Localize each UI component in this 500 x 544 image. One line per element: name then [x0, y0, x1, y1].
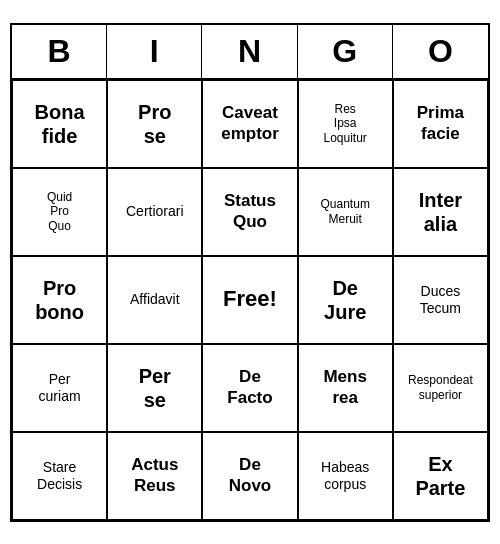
header-letter: O [393, 25, 488, 78]
bingo-cell: DeJure [298, 256, 393, 344]
bingo-cell: DeNovo [202, 432, 297, 520]
bingo-grid: BonafideProseCaveatemptorResIpsaLoquitur… [12, 80, 488, 520]
bingo-cell: QuantumMeruit [298, 168, 393, 256]
bingo-cell: ActusReus [107, 432, 202, 520]
bingo-cell: Perse [107, 344, 202, 432]
bingo-header: BINGO [12, 25, 488, 80]
bingo-cell: ResIpsaLoquitur [298, 80, 393, 168]
bingo-cell: Caveatemptor [202, 80, 297, 168]
bingo-cell: Habeascorpus [298, 432, 393, 520]
bingo-cell: Mensrea [298, 344, 393, 432]
bingo-cell: Probono [12, 256, 107, 344]
bingo-cell: DeFacto [202, 344, 297, 432]
header-letter: B [12, 25, 107, 78]
header-letter: I [107, 25, 202, 78]
bingo-cell: StareDecisis [12, 432, 107, 520]
bingo-cell: Free! [202, 256, 297, 344]
header-letter: G [298, 25, 393, 78]
bingo-cell: Percuriam [12, 344, 107, 432]
bingo-cell: Primafacie [393, 80, 488, 168]
header-letter: N [202, 25, 297, 78]
bingo-card: BINGO BonafideProseCaveatemptorResIpsaLo… [10, 23, 490, 522]
bingo-cell: ExParte [393, 432, 488, 520]
bingo-cell: Certiorari [107, 168, 202, 256]
bingo-cell: Bonafide [12, 80, 107, 168]
bingo-cell: QuidProQuo [12, 168, 107, 256]
bingo-cell: Affidavit [107, 256, 202, 344]
bingo-cell: Interalia [393, 168, 488, 256]
bingo-cell: StatusQuo [202, 168, 297, 256]
bingo-cell: Respondeatsuperior [393, 344, 488, 432]
bingo-cell: DucesTecum [393, 256, 488, 344]
bingo-cell: Prose [107, 80, 202, 168]
